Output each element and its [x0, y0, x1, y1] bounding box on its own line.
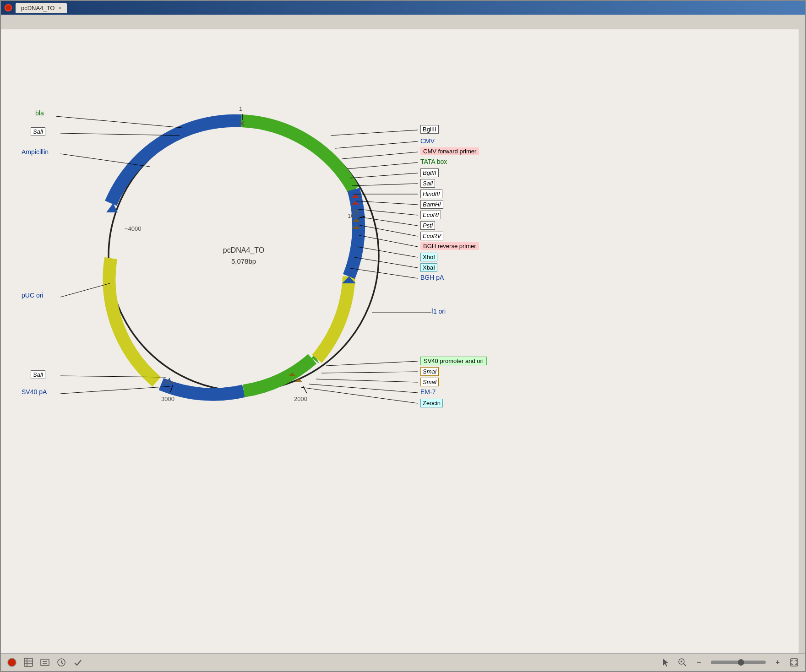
cursor-icon-button[interactable] [659, 656, 672, 669]
status-bar: − + [1, 653, 805, 671]
svg-line-44 [357, 247, 418, 257]
svg-text:3000: 3000 [161, 396, 174, 402]
svg-line-36 [350, 173, 418, 178]
label-sv40-pa: SV40 pA [22, 388, 47, 396]
label-tata-box: TATA box [420, 158, 447, 165]
svg-rect-58 [41, 659, 49, 666]
plasmid-map-area: 1 1000 2000 3000 ~4000 pcDNA4_TO 5,078bp [1, 29, 805, 653]
svg-line-46 [350, 268, 418, 278]
zoom-icon-button[interactable] [676, 656, 689, 669]
label-cmv: CMV [420, 137, 435, 145]
svg-line-50 [316, 379, 418, 382]
label-smai-2: SmaI [420, 378, 439, 386]
svg-line-41 [359, 217, 418, 226]
svg-line-48 [326, 361, 418, 366]
record-icon-button[interactable] [5, 656, 18, 669]
label-sv40-prom: SV40 promoter and ori [420, 357, 487, 365]
svg-text:1: 1 [239, 105, 242, 112]
label-cmv-fwd: CMV forward primer [420, 147, 479, 155]
title-bar: pcDNA4_TO × [1, 1, 805, 15]
label-bla: bla [35, 109, 44, 117]
label-sali-right: SalI [420, 179, 435, 188]
svg-line-43 [359, 235, 418, 247]
svg-line-51 [309, 384, 418, 393]
clock-icon-button[interactable] [55, 656, 68, 669]
label-zeocin: Zeocin [420, 399, 443, 407]
label-sali-top: SalI [31, 127, 45, 136]
svg-marker-64 [663, 659, 669, 667]
svg-line-32 [331, 130, 418, 135]
status-left [5, 656, 84, 669]
label-bgliii-top: BglIII [420, 125, 439, 134]
fit-icon-button[interactable] [788, 656, 801, 669]
svg-line-42 [359, 225, 418, 236]
plasmid-size: 5,078bp [231, 257, 256, 265]
label-bgliii-2: BglIII [420, 168, 439, 177]
svg-text:2000: 2000 [294, 396, 307, 402]
svg-line-45 [354, 257, 418, 268]
label-em7: EM-7 [420, 388, 436, 396]
svg-line-52 [301, 387, 418, 403]
label-bamhi: BamHI [420, 200, 443, 209]
svg-line-40 [358, 209, 418, 215]
label-smai-1: SmaI [420, 367, 439, 376]
scrollbar-right[interactable] [799, 29, 805, 653]
svg-line-26 [56, 116, 182, 128]
document-tab[interactable]: pcDNA4_TO × [16, 3, 67, 13]
svg-line-63 [61, 662, 63, 664]
svg-text:~4000: ~4000 [125, 225, 142, 232]
plasmid-name: pcDNA4_TO [223, 246, 264, 255]
tab-close-button[interactable]: × [58, 5, 61, 11]
label-bgh-rev: BGH reverse primer [420, 242, 479, 250]
svg-point-53 [8, 658, 16, 667]
svg-line-35 [347, 163, 418, 169]
label-xbai: XbaI [420, 263, 437, 272]
zoom-plus-button[interactable]: + [771, 656, 784, 669]
svg-line-66 [684, 664, 686, 667]
checkmark-icon-button[interactable] [71, 656, 84, 669]
label-puc-ori: pUC ori [22, 292, 43, 299]
app-icon [5, 4, 12, 11]
svg-line-39 [356, 201, 418, 205]
label-hindiii: HindIII [420, 190, 442, 198]
svg-line-29 [60, 283, 110, 297]
tab-title: pcDNA4_TO [21, 5, 54, 11]
label-xhoi: XhoI [420, 253, 437, 261]
label-sali-bottom: SalI [31, 370, 45, 379]
label-bgh-pa: BGH pA [420, 274, 444, 281]
svg-line-34 [342, 152, 418, 159]
label-ampicillin: Ampicillin [22, 148, 49, 156]
label-psti: PstI [420, 221, 435, 230]
svg-line-10 [303, 386, 307, 393]
svg-line-27 [60, 133, 180, 135]
svg-rect-54 [24, 658, 33, 667]
zoom-slider[interactable] [711, 661, 766, 664]
zoom-minus-button[interactable]: − [692, 656, 705, 669]
table-icon-button[interactable] [22, 656, 35, 669]
zoom-slider-handle[interactable] [738, 659, 744, 666]
svg-line-37 [352, 184, 418, 186]
toolbar [1, 15, 805, 29]
status-right: − + [659, 656, 801, 669]
svg-line-49 [321, 372, 418, 373]
main-window: pcDNA4_TO × [0, 0, 806, 672]
plasmid-svg: 1 1000 2000 3000 ~4000 pcDNA4_TO 5,078bp [1, 29, 805, 653]
label-f1-ori: f1 ori [431, 308, 446, 315]
label-ecori: EcoRI [420, 211, 441, 219]
svg-line-33 [335, 141, 418, 148]
label-ecorv: EcoRV [420, 232, 443, 240]
list-icon-button[interactable] [38, 656, 51, 669]
svg-line-31 [60, 386, 170, 394]
